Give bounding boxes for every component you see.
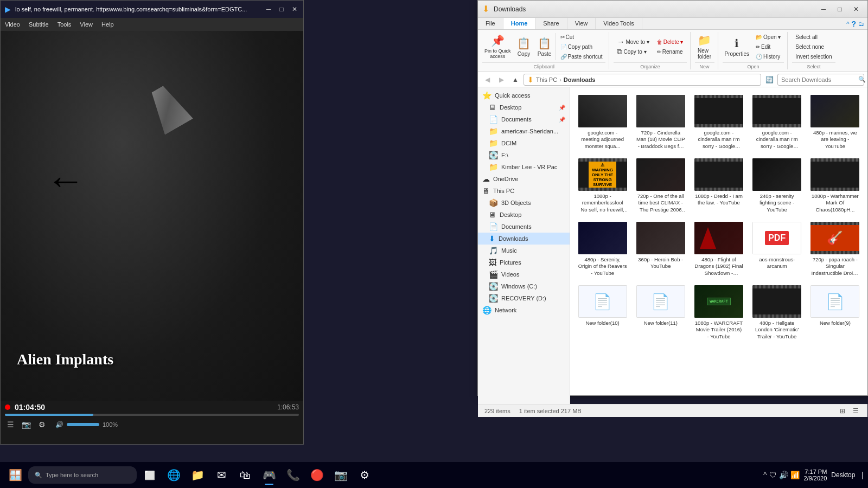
list-view-btn[interactable]: ☰ bbox=[5, 419, 16, 430]
file-item-prestige[interactable]: 720p - One of the all time best CLIMAX -… bbox=[633, 155, 688, 216]
menu-tools[interactable]: Tools bbox=[58, 21, 72, 28]
forward-btn[interactable]: ▶ bbox=[495, 74, 507, 86]
explorer-maximize-btn[interactable]: □ bbox=[833, 4, 847, 15]
file-item-dredd[interactable]: 1080p - Dredd - I am the law. - YouTube bbox=[691, 155, 746, 216]
sidebar-item-network[interactable]: 🌐 Network bbox=[478, 304, 570, 316]
breadcrumb-downloads[interactable]: Downloads bbox=[564, 76, 596, 83]
taskbar-store-btn[interactable]: 🛍 bbox=[234, 464, 256, 486]
sidebar-item-f-drive[interactable]: 💽 F:\ bbox=[478, 149, 570, 161]
ribbon-collapse-btn[interactable]: ^ bbox=[846, 21, 849, 27]
search-box[interactable]: 🔍 bbox=[777, 74, 864, 86]
large-icons-view-btn[interactable]: ⊞ bbox=[837, 406, 848, 416]
tab-share[interactable]: Share bbox=[535, 18, 567, 29]
folder-btn[interactable]: 🗂 bbox=[858, 21, 864, 27]
sidebar-item-americavr[interactable]: 📁 americavr-Sheridan... bbox=[478, 125, 570, 137]
file-item-warhammer[interactable]: 1080p - Warhammer Mark Of Chaos(1080pH..… bbox=[807, 155, 863, 216]
new-folder-btn[interactable]: 📁 Newfolder bbox=[695, 33, 714, 60]
sidebar-item-recovery-d[interactable]: 💽 RECOVERY (D:) bbox=[478, 292, 570, 304]
sidebar-item-pictures[interactable]: 🖼 Pictures bbox=[478, 256, 570, 268]
cut-btn[interactable]: ✂ Cut bbox=[557, 32, 606, 42]
select-none-btn[interactable]: Select none bbox=[792, 42, 835, 52]
taskbar-search-box[interactable]: 🔍 Type here to search bbox=[28, 466, 137, 484]
sidebar-item-quick-access[interactable]: ⭐ Quick access bbox=[478, 89, 570, 101]
copy-btn[interactable]: 📋 Copy bbox=[514, 33, 534, 60]
menu-video[interactable]: Video bbox=[5, 21, 20, 28]
sidebar-item-desktop[interactable]: 🖥 Desktop 📌 bbox=[478, 101, 570, 113]
up-btn[interactable]: ▲ bbox=[509, 74, 521, 86]
taskbar-clock[interactable]: 7:17 PM 2/9/2020 bbox=[804, 468, 827, 481]
file-item-heroin-bob[interactable]: 360p - Heroin Bob - YouTube bbox=[633, 219, 688, 280]
file-item-flight-dragons[interactable]: 480p - Flight of Dragons (1982) Final Sh… bbox=[691, 219, 746, 280]
file-item-hellgate[interactable]: 480p - Hellgate London 'Cinematic' Trail… bbox=[749, 282, 805, 343]
open-btn[interactable]: 📂 Open ▾ bbox=[752, 32, 784, 42]
taskbar-media-player-btn[interactable]: 🎮 bbox=[258, 464, 280, 486]
taskbar-unknown-btn[interactable]: 🔴 bbox=[306, 464, 328, 486]
taskbar-desktop-label[interactable]: Desktop bbox=[831, 471, 855, 479]
explorer-close-btn[interactable]: ✕ bbox=[849, 4, 863, 15]
details-view-btn[interactable]: ☰ bbox=[850, 406, 861, 416]
edit-btn[interactable]: ✏ Edit bbox=[752, 42, 784, 52]
sidebar-item-kimber[interactable]: 📁 Kimber Lee - VR Pac bbox=[478, 161, 570, 173]
menu-subtitle[interactable]: Subtitle bbox=[29, 21, 49, 28]
taskbar-mail-btn[interactable]: ✉ bbox=[210, 464, 232, 486]
file-item-new-folder-11[interactable]: 📄 New folder(11) bbox=[633, 282, 688, 343]
file-item-new-folder-10[interactable]: 📄 New folder(10) bbox=[575, 282, 630, 343]
file-item-serenity[interactable]: 240p - serenity fighting scene - YouTube bbox=[749, 155, 805, 216]
move-to-btn[interactable]: → Move to ▾ bbox=[614, 37, 652, 47]
pin-quick-access-btn[interactable]: 📌 Pin to Quickaccess bbox=[482, 33, 513, 60]
close-button[interactable]: ✕ bbox=[290, 5, 299, 14]
taskbar-edge-btn[interactable]: 🌐 bbox=[163, 464, 184, 486]
tray-expand-btn[interactable]: ^ bbox=[763, 471, 767, 479]
file-item-rememberlessfool[interactable]: ⚠WARNINGONLY THESTRONGSURVIVE 1080p - re… bbox=[575, 155, 630, 216]
history-btn[interactable]: 🕐 History bbox=[752, 52, 784, 61]
help-btn[interactable]: ? bbox=[851, 20, 856, 28]
tab-view[interactable]: View bbox=[567, 18, 596, 29]
back-btn[interactable]: ◀ bbox=[481, 74, 493, 86]
sidebar-item-videos[interactable]: 🎬 Videos bbox=[478, 268, 570, 280]
file-item-google-cinderalla1[interactable]: google.com - cinderalla man I'm sorry - … bbox=[691, 92, 746, 153]
search-input[interactable] bbox=[781, 76, 856, 83]
explorer-minimize-btn[interactable]: ─ bbox=[816, 4, 831, 15]
screenshot-btn[interactable]: 📷 bbox=[20, 419, 33, 430]
maximize-button[interactable]: □ bbox=[277, 5, 286, 14]
taskbar-phone-btn[interactable]: 📞 bbox=[282, 464, 304, 486]
rename-btn[interactable]: ✏ Rename bbox=[654, 47, 687, 56]
sidebar-item-desktop2[interactable]: 🖥 Desktop bbox=[478, 209, 570, 221]
file-item-cinderella-man[interactable]: 720p - Cinderella Man (18) Movie CLIP - … bbox=[633, 92, 688, 153]
file-item-new-folder-9[interactable]: 📄 New folder(9) bbox=[807, 282, 863, 343]
address-path[interactable]: ⬇ This PC › Downloads bbox=[524, 74, 761, 86]
video-progress-bar[interactable] bbox=[5, 414, 299, 416]
taskbar-settings-btn[interactable]: ⚙ bbox=[354, 464, 375, 486]
invert-selection-btn[interactable]: Invert selection bbox=[792, 52, 835, 61]
sidebar-item-windows-c[interactable]: 💽 Windows (C:) bbox=[478, 280, 570, 292]
volume-bar[interactable] bbox=[67, 423, 99, 426]
file-item-google-meeting[interactable]: google.com - meeting adjourned monster s… bbox=[575, 92, 630, 153]
tray-volume-icon[interactable]: 🔊 bbox=[779, 471, 788, 479]
properties-btn[interactable]: ℹ Properties bbox=[723, 33, 752, 60]
sidebar-item-downloads[interactable]: ⬇ Downloads bbox=[478, 233, 570, 245]
task-view-btn[interactable]: ⬜ bbox=[139, 464, 161, 486]
refresh-btn[interactable]: 🔄 bbox=[763, 74, 775, 86]
menu-help[interactable]: Help bbox=[101, 21, 114, 28]
file-item-papa-roach[interactable]: 🎸 720p - papa roach - Singular Indestruc… bbox=[807, 219, 863, 280]
start-button[interactable]: 🪟 bbox=[4, 464, 26, 486]
breadcrumb-this-pc[interactable]: This PC bbox=[536, 76, 557, 83]
file-item-warcraft[interactable]: WARCRAFT 1080p - WARCRAFT Movie Trailer … bbox=[691, 282, 746, 343]
sidebar-item-documents[interactable]: 📄 Documents 📌 bbox=[478, 113, 570, 125]
copy-path-btn[interactable]: 📄 Copy path bbox=[557, 42, 606, 52]
sidebar-item-3d-objects[interactable]: 📦 3D Objects bbox=[478, 197, 570, 209]
copy-to-btn[interactable]: ⧉ Copy to ▾ bbox=[614, 47, 652, 56]
menu-view[interactable]: View bbox=[80, 21, 93, 28]
paste-shortcut-btn[interactable]: 🔗 Paste shortcut bbox=[557, 52, 606, 61]
delete-btn[interactable]: 🗑 Delete ▾ bbox=[654, 37, 687, 47]
sidebar-item-onedrive[interactable]: ☁ OneDrive bbox=[478, 173, 570, 185]
sidebar-item-dcim[interactable]: 📁 DCIM bbox=[478, 137, 570, 149]
taskbar-camera-btn[interactable]: 📷 bbox=[330, 464, 352, 486]
tab-file[interactable]: File bbox=[478, 18, 503, 29]
show-desktop-btn[interactable]: | bbox=[861, 471, 864, 479]
file-item-aos-arcanum[interactable]: PDF aos-monstrous-arcanum bbox=[749, 219, 805, 280]
tab-video-tools[interactable]: Video Tools bbox=[596, 18, 642, 29]
tab-home[interactable]: Home bbox=[503, 18, 536, 29]
file-item-serenity-reavers[interactable]: 480p - Serenity, Origin of the Reavers -… bbox=[575, 219, 630, 280]
settings-btn[interactable]: ⚙ bbox=[36, 419, 48, 430]
